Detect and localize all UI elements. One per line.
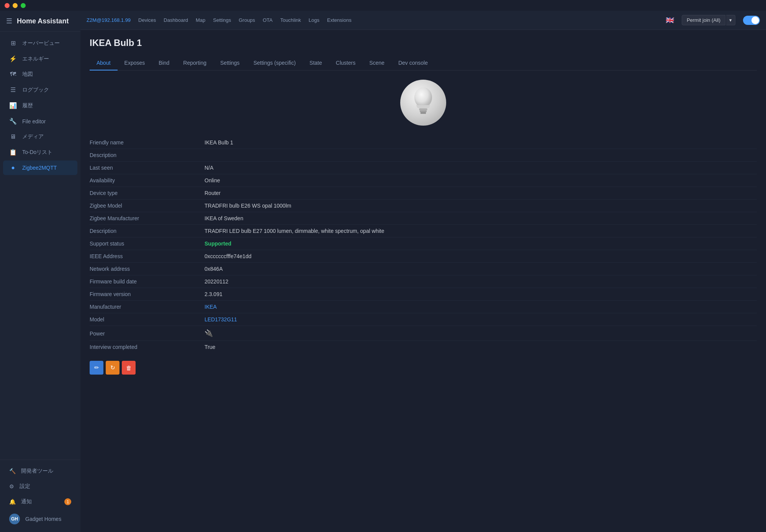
sidebar-item-map[interactable]: 🗺 地図 bbox=[3, 67, 77, 82]
tab-settings-specific[interactable]: Settings (specific) bbox=[247, 56, 303, 70]
support-status-value: Supported bbox=[205, 241, 757, 247]
zigbee-icon: ● bbox=[9, 164, 17, 171]
info-row-interview: Interview completed True bbox=[90, 341, 757, 353]
power-value: 🔌 bbox=[205, 329, 757, 337]
tab-clusters[interactable]: Clusters bbox=[329, 56, 362, 70]
content-area: IKEA Bulb 1 About Exposes Bind Reporting… bbox=[80, 30, 766, 532]
sidebar-item-energy[interactable]: ⚡ エネルギー bbox=[3, 51, 77, 66]
tab-about[interactable]: About bbox=[90, 56, 118, 70]
toggle-button[interactable] bbox=[743, 16, 760, 25]
sidebar-title: Home Assistant bbox=[17, 17, 69, 25]
sidebar-item-label: 履歴 bbox=[22, 102, 33, 109]
power-label: Power bbox=[90, 331, 205, 337]
topbar-groups[interactable]: Groups bbox=[239, 17, 255, 23]
zigbee-manufacturer-value: IKEA of Sweden bbox=[205, 215, 757, 221]
sidebar-item-settings[interactable]: ⚙ 設定 bbox=[3, 479, 77, 494]
info-row-support-status: Support status Supported bbox=[90, 237, 757, 250]
svg-rect-3 bbox=[421, 112, 426, 114]
zigbee-model-label: Zigbee Model bbox=[90, 203, 205, 209]
network-address-label: Network address bbox=[90, 266, 205, 272]
topbar: Z2M@192.168.1.99 Devices Dashboard Map S… bbox=[80, 11, 766, 30]
close-button[interactable] bbox=[5, 3, 10, 8]
permit-join-dropdown[interactable]: ▾ bbox=[726, 15, 735, 25]
zigbee-manufacturer-label: Zigbee Manufacturer bbox=[90, 215, 205, 221]
toggle-knob bbox=[751, 16, 759, 24]
z2m-link[interactable]: Z2M@192.168.1.99 bbox=[87, 17, 131, 23]
firmware-build-date-value: 20220112 bbox=[205, 278, 757, 285]
sidebar-item-todo[interactable]: 📋 To-Doリスト bbox=[3, 145, 77, 160]
firmware-version-label: Firmware version bbox=[90, 291, 205, 297]
sidebar-item-history[interactable]: 📊 履歴 bbox=[3, 98, 77, 113]
svg-rect-2 bbox=[420, 110, 427, 112]
permit-join-container: Permit join (All) ▾ bbox=[682, 15, 735, 25]
topbar-extensions[interactable]: Extensions bbox=[327, 17, 352, 23]
media-icon: 🖥 bbox=[9, 133, 17, 140]
minimize-button[interactable] bbox=[13, 3, 18, 8]
notification-badge: 1 bbox=[64, 498, 71, 505]
app-container: ☰ Home Assistant ⊞ オーバービュー ⚡ エネルギー 🗺 地図 … bbox=[0, 11, 766, 532]
topbar-devices[interactable]: Devices bbox=[138, 17, 156, 23]
network-address-value: 0x846A bbox=[205, 266, 757, 272]
sidebar-item-media[interactable]: 🖥 メディア bbox=[3, 129, 77, 144]
manufacturer-label: Manufacturer bbox=[90, 304, 205, 310]
sidebar-item-notifications[interactable]: 🔔 通知 1 bbox=[3, 494, 77, 509]
flag-icon: 🇬🇧 bbox=[666, 16, 674, 25]
topbar-settings[interactable]: Settings bbox=[213, 17, 231, 23]
sidebar-item-label: メディア bbox=[22, 133, 44, 140]
info-row-model: Model LED1732G11 bbox=[90, 313, 757, 326]
info-row-availability: Availability Online bbox=[90, 174, 757, 187]
firmware-build-date-label: Firmware build date bbox=[90, 278, 205, 285]
hamburger-icon[interactable]: ☰ bbox=[6, 17, 12, 25]
info-row-manufacturer: Manufacturer IKEA bbox=[90, 301, 757, 313]
tab-settings[interactable]: Settings bbox=[213, 56, 247, 70]
tab-bind[interactable]: Bind bbox=[152, 56, 176, 70]
logbook-icon: ☰ bbox=[9, 86, 17, 93]
tab-state[interactable]: State bbox=[303, 56, 329, 70]
edit-button[interactable]: ✏ bbox=[90, 361, 103, 375]
sidebar-item-label: エネルギー bbox=[22, 56, 49, 62]
desc2-label: Description bbox=[90, 228, 205, 234]
sidebar-item-overview[interactable]: ⊞ オーバービュー bbox=[3, 36, 77, 51]
tab-dev-console[interactable]: Dev console bbox=[391, 56, 435, 70]
topbar-dashboard[interactable]: Dashboard bbox=[164, 17, 188, 23]
sidebar-item-dev-tools[interactable]: 🔨 開発者ツール bbox=[3, 464, 77, 478]
description-label: Description bbox=[90, 152, 205, 158]
sidebar-item-user[interactable]: GH Gadget Homes bbox=[3, 510, 77, 528]
tab-exposes[interactable]: Exposes bbox=[118, 56, 152, 70]
file-editor-icon: 🔧 bbox=[9, 118, 17, 125]
info-row-power: Power 🔌 bbox=[90, 326, 757, 341]
support-status-label: Support status bbox=[90, 241, 205, 247]
titlebar bbox=[0, 0, 766, 11]
device-image bbox=[400, 80, 446, 126]
topbar-ota[interactable]: OTA bbox=[263, 17, 273, 23]
device-type-value: Router bbox=[205, 190, 757, 196]
bell-icon: 🔔 bbox=[9, 499, 16, 505]
topbar-map[interactable]: Map bbox=[196, 17, 205, 23]
sidebar-header: ☰ Home Assistant bbox=[0, 11, 80, 32]
reinterview-button[interactable]: ↻ bbox=[106, 361, 119, 375]
overview-icon: ⊞ bbox=[9, 39, 17, 47]
maximize-button[interactable] bbox=[21, 3, 26, 8]
topbar-touchlink[interactable]: Touchlink bbox=[280, 17, 301, 23]
sidebar-item-logbook[interactable]: ☰ ログブック bbox=[3, 82, 77, 97]
friendly-name-value: IKEA Bulb 1 bbox=[205, 139, 757, 146]
info-row-desc2: Description TRADFRI LED bulb E27 1000 lu… bbox=[90, 225, 757, 237]
desc2-value: TRADFRI LED bulb E27 1000 lumen, dimmabl… bbox=[205, 228, 757, 234]
tab-scene[interactable]: Scene bbox=[362, 56, 391, 70]
info-row-zigbee-model: Zigbee Model TRADFRI bulb E26 WS opal 10… bbox=[90, 200, 757, 212]
manufacturer-value[interactable]: IKEA bbox=[205, 304, 757, 310]
permit-join-button[interactable]: Permit join (All) bbox=[682, 15, 725, 25]
tab-reporting[interactable]: Reporting bbox=[176, 56, 213, 70]
bulb-svg bbox=[408, 87, 439, 118]
svg-point-0 bbox=[414, 87, 432, 108]
delete-button[interactable]: 🗑 bbox=[122, 361, 136, 375]
info-row-last-seen: Last seen N/A bbox=[90, 162, 757, 174]
interview-label: Interview completed bbox=[90, 344, 205, 350]
topbar-logs[interactable]: Logs bbox=[309, 17, 319, 23]
energy-icon: ⚡ bbox=[9, 55, 17, 62]
action-buttons: ✏ ↻ 🗑 bbox=[90, 361, 757, 375]
sidebar-item-file-editor[interactable]: 🔧 File editor bbox=[3, 114, 77, 129]
model-value[interactable]: LED1732G11 bbox=[205, 316, 757, 322]
sidebar-item-zigbee[interactable]: ● Zigbee2MQTT bbox=[3, 160, 77, 175]
last-seen-value: N/A bbox=[205, 165, 757, 171]
